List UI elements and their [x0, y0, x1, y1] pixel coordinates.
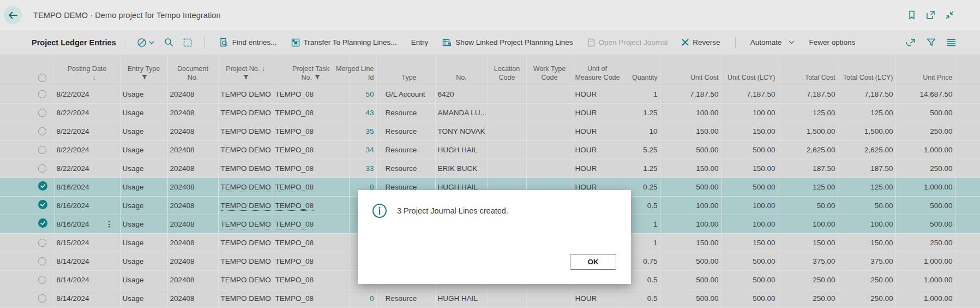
- filter-funnel-icon[interactable]: [142, 75, 147, 80]
- row-selected-checkmark-icon[interactable]: [38, 181, 47, 191]
- row-select-checkbox[interactable]: [38, 294, 46, 303]
- choose-columns-icon[interactable]: [947, 39, 956, 46]
- row-select-checkbox[interactable]: [38, 127, 46, 135]
- column-header-quantity[interactable]: Quantity: [622, 55, 660, 85]
- row-select-checkbox[interactable]: [38, 146, 46, 154]
- column-header-posting_date[interactable]: Posting Date↓: [55, 55, 120, 85]
- back-button[interactable]: [4, 6, 22, 24]
- row-select-checkbox[interactable]: [38, 90, 46, 98]
- transfer-to-planning-lines-button[interactable]: Transfer To Planning Lines...: [291, 38, 397, 47]
- cell-merged_line_id: 34: [349, 140, 376, 159]
- filler: [955, 103, 980, 122]
- merged-line-id-link[interactable]: 50: [365, 90, 374, 98]
- column-header-total_cost[interactable]: Total Cost: [778, 55, 838, 85]
- table-row[interactable]: 8/22/2024Usage202408TEMPO DEMOTEMPO_0834…: [0, 140, 980, 159]
- filter-funnel-icon[interactable]: [315, 75, 320, 80]
- cell-unit_cost: 500.00: [660, 252, 721, 270]
- cell-entry_type: Usage: [120, 233, 167, 252]
- cell-unit_price: 1,000.00: [895, 177, 955, 196]
- cell-project_task_no: TEMPO_08: [273, 252, 349, 270]
- cell-entry_type: Usage: [120, 289, 167, 307]
- row-selected-checkmark-icon[interactable]: [38, 200, 47, 209]
- table-row[interactable]: 8/22/2024Usage202408TEMPO DEMOTEMPO_0843…: [0, 103, 980, 122]
- cell-project_task_no: TEMPO_08: [273, 159, 349, 177]
- table-row[interactable]: 8/22/2024Usage202408TEMPO DEMOTEMPO_0833…: [0, 159, 980, 177]
- entry-menu[interactable]: Entry: [411, 38, 429, 46]
- related-entries-menu[interactable]: [137, 38, 154, 48]
- filler: [955, 159, 980, 177]
- cell-document_no: 202408: [167, 233, 218, 252]
- row-select-cell: [0, 196, 55, 215]
- chevron-down-icon: [149, 41, 154, 44]
- merged-line-id-link[interactable]: 34: [365, 146, 374, 154]
- collapse-icon[interactable]: [945, 10, 954, 20]
- share-icon[interactable]: [905, 38, 916, 47]
- filter-funnel-icon[interactable]: [243, 75, 249, 80]
- filter-icon[interactable]: [927, 38, 936, 46]
- chevron-down-icon: [789, 40, 795, 44]
- search-button[interactable]: [164, 38, 173, 47]
- column-header-project_no[interactable]: Project No. ↓: [218, 55, 273, 85]
- cell-total_cost_lcy: 250.00: [838, 270, 895, 289]
- merged-line-id-link[interactable]: 0: [370, 294, 374, 303]
- automate-menu[interactable]: Automate: [750, 38, 795, 46]
- column-header-type[interactable]: Type: [376, 55, 435, 85]
- cell-unit_cost_lcy: 150.00: [721, 122, 778, 140]
- row-select-checkbox[interactable]: [38, 109, 46, 117]
- column-header-unit_price[interactable]: Unit Price: [895, 55, 955, 85]
- cell-total_cost_lcy: 150.00: [838, 233, 895, 252]
- row-select-checkbox[interactable]: [38, 239, 46, 247]
- table-row[interactable]: 8/14/2024Usage202408TEMPO DEMOTEMPO_080R…: [0, 289, 980, 307]
- bookmark-icon[interactable]: [907, 10, 916, 20]
- show-linked-planning-lines-button[interactable]: Show Linked Project Planning Lines: [442, 38, 573, 47]
- column-header-document_no[interactable]: DocumentNo.: [167, 55, 218, 85]
- merged-line-id-link[interactable]: 33: [365, 164, 374, 173]
- row-select-cell: [0, 122, 55, 140]
- column-header-unit_cost[interactable]: Unit Cost: [660, 55, 721, 85]
- row-selected-checkmark-icon[interactable]: [38, 218, 47, 228]
- cell-unit_cost_lcy: 150.00: [721, 159, 778, 177]
- cell-project_task_no: TEMPO_08: [273, 196, 349, 215]
- cell-posting_date: 8/14/2024: [55, 270, 120, 289]
- table-row[interactable]: 8/22/2024Usage202408TEMPO DEMOTEMPO_0850…: [0, 85, 980, 103]
- sort-descending-icon: ↓: [262, 65, 265, 73]
- row-select-checkbox[interactable]: [38, 257, 46, 265]
- merged-line-id-link[interactable]: 35: [365, 127, 374, 135]
- cell-total_cost: 150.00: [778, 233, 838, 252]
- select-all-checkbox[interactable]: [38, 74, 46, 82]
- focus-mode-button[interactable]: [183, 38, 192, 47]
- open-in-new-window-icon[interactable]: [926, 10, 935, 20]
- cell-unit_cost: 100.00: [660, 103, 721, 122]
- row-select-checkbox[interactable]: [38, 276, 46, 284]
- merged-line-id-link[interactable]: 43: [365, 109, 374, 117]
- row-select-cell: [0, 252, 55, 270]
- cell-unit_cost_lcy: 150.00: [721, 233, 778, 252]
- filler: [955, 252, 980, 270]
- cell-unit_cost_lcy: 500.00: [721, 140, 778, 159]
- cell-total_cost: 125.00: [778, 103, 838, 122]
- column-header-location_code[interactable]: LocationCode: [488, 55, 526, 85]
- column-header-no[interactable]: No.: [435, 55, 488, 85]
- cell-unit_price: 1,000.00: [895, 289, 955, 307]
- cell-posting_date: 8/16/2024: [55, 196, 120, 215]
- ok-button[interactable]: OK: [570, 254, 616, 270]
- column-header-uom_code[interactable]: Unit ofMeasure Code: [573, 55, 622, 85]
- reverse-button[interactable]: Reverse: [682, 38, 720, 46]
- cell-project_task_no: TEMPO_08: [273, 122, 349, 140]
- open-project-journal-button[interactable]: Open Project Journal: [587, 38, 668, 47]
- column-header-merged_line_id[interactable]: Merged LineId: [349, 55, 376, 85]
- row-menu-icon[interactable]: ⋮: [106, 220, 113, 228]
- fewer-options-button[interactable]: Fewer options: [809, 38, 855, 46]
- titlebar: TEMPO DEMO · Demo project for Tempo Inte…: [0, 0, 980, 30]
- column-header-work_type_code[interactable]: Work TypeCode: [526, 55, 573, 85]
- column-header-total_cost_lcy[interactable]: Total Cost (LCY): [838, 55, 895, 85]
- column-header-entry_type[interactable]: Entry Type: [120, 55, 167, 85]
- row-select-cell: [0, 289, 55, 307]
- cell-work_type_code: [526, 85, 573, 103]
- find-entries-button[interactable]: Find entries...: [220, 38, 277, 47]
- column-header-unit_cost_lcy[interactable]: Unit Cost (LCY): [721, 55, 778, 85]
- cell-unit_cost_lcy: 100.00: [721, 215, 778, 233]
- row-select-checkbox[interactable]: [38, 164, 46, 173]
- cell-unit_cost: 150.00: [660, 159, 721, 177]
- table-row[interactable]: 8/22/2024Usage202408TEMPO DEMOTEMPO_0835…: [0, 122, 980, 140]
